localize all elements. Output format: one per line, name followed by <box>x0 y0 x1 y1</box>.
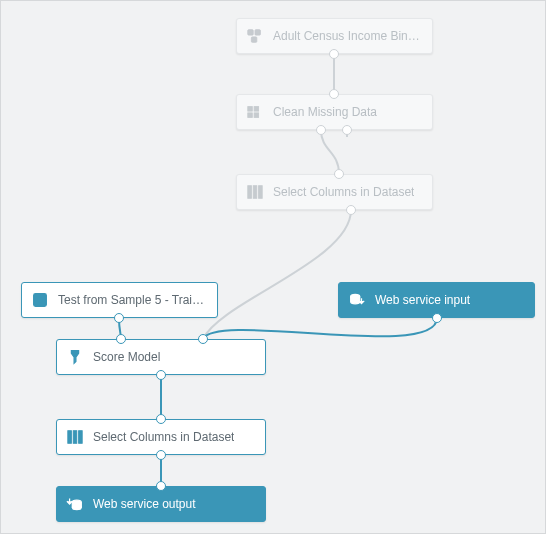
svg-rect-0 <box>248 30 253 35</box>
input-port[interactable] <box>329 89 339 99</box>
svg-rect-2 <box>251 37 256 42</box>
node-label: Test from Sample 5 - Training... <box>58 293 207 307</box>
svg-rect-15 <box>79 431 83 444</box>
node-label: Select Columns in Dataset <box>273 185 414 199</box>
svg-rect-14 <box>73 431 77 444</box>
svg-rect-5 <box>248 113 253 118</box>
node-label: Web service output <box>93 497 196 511</box>
svg-rect-3 <box>248 107 253 112</box>
output-port[interactable] <box>114 313 124 323</box>
output-port[interactable] <box>342 125 352 135</box>
select-columns-icon <box>65 427 85 447</box>
output-port[interactable] <box>329 49 339 59</box>
node-label: Clean Missing Data <box>273 105 377 119</box>
input-port[interactable] <box>156 414 166 424</box>
output-port[interactable] <box>432 313 442 323</box>
output-port[interactable] <box>156 450 166 460</box>
input-port[interactable] <box>198 334 208 344</box>
web-service-input-icon <box>347 290 367 310</box>
score-model-icon <box>65 347 85 367</box>
node-label: Web service input <box>375 293 470 307</box>
output-port[interactable] <box>316 125 326 135</box>
svg-rect-1 <box>255 30 260 35</box>
input-port[interactable] <box>156 481 166 491</box>
node-label: Select Columns in Dataset <box>93 430 234 444</box>
dataset-icon <box>245 26 265 46</box>
node-label: Adult Census Income Binary C... <box>273 29 422 43</box>
svg-rect-7 <box>248 186 252 199</box>
node-select-columns-1[interactable]: Select Columns in Dataset <box>236 174 433 210</box>
node-label: Score Model <box>93 350 160 364</box>
output-port[interactable] <box>346 205 356 215</box>
svg-rect-6 <box>254 113 259 118</box>
experiment-canvas[interactable]: Adult Census Income Binary C... Clean Mi… <box>0 0 546 534</box>
input-port[interactable] <box>334 169 344 179</box>
svg-rect-8 <box>253 186 257 199</box>
web-service-output-icon <box>65 494 85 514</box>
svg-rect-9 <box>259 186 263 199</box>
input-port[interactable] <box>116 334 126 344</box>
svg-point-11 <box>37 297 42 302</box>
node-web-service-output[interactable]: Web service output <box>56 486 266 522</box>
node-clean-missing-data[interactable]: Clean Missing Data <box>236 94 433 130</box>
clean-data-icon <box>245 102 265 122</box>
trained-model-icon <box>30 290 50 310</box>
svg-rect-4 <box>254 107 259 112</box>
select-columns-icon <box>245 182 265 202</box>
svg-rect-13 <box>68 431 72 444</box>
output-port[interactable] <box>156 370 166 380</box>
